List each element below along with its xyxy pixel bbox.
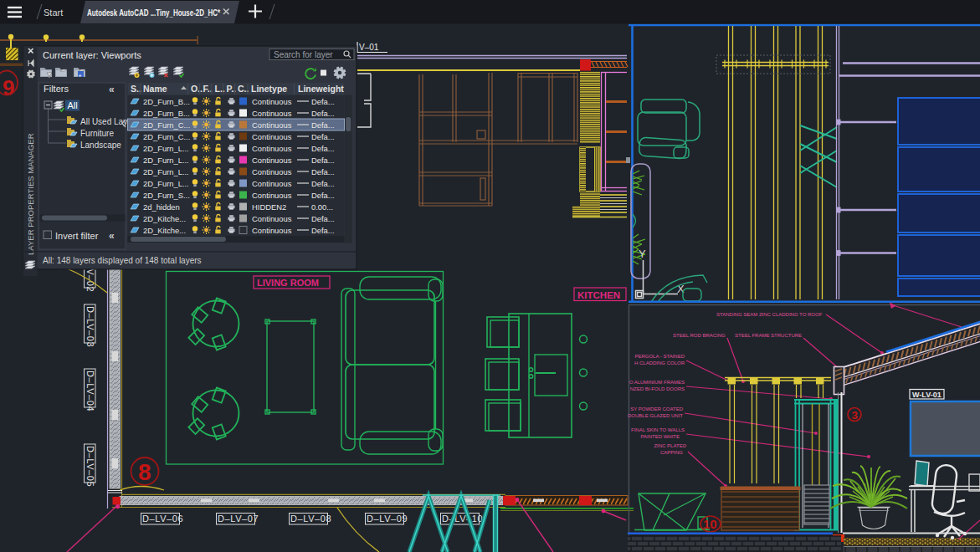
svg-text:STEEL ROD BRACING: STEEL ROD BRACING — [673, 333, 726, 338]
svg-text:O..: O.. — [191, 84, 203, 94]
svg-text:Continuous: Continuous — [252, 156, 292, 165]
svg-text:2d_hidden: 2d_hidden — [143, 202, 180, 212]
svg-text:H CLADDING COLOR: H CLADDING COLOR — [634, 360, 685, 365]
svg-text:Continuous: Continuous — [252, 144, 292, 153]
svg-text:C..: C.. — [238, 84, 249, 94]
svg-text:NZED BI-FOLD DOORS: NZED BI-FOLD DOORS — [630, 386, 685, 391]
svg-text:2D_Kitche...: 2D_Kitche... — [143, 214, 186, 223]
svg-text:2D_Furn_L...: 2D_Furn_L... — [143, 144, 189, 153]
svg-text:ZINC PLATED: ZINC PLATED — [654, 443, 686, 448]
svg-text:Continuous: Continuous — [252, 132, 292, 141]
svg-text:Defa...: Defa... — [311, 179, 335, 188]
svg-text:Defa...: Defa... — [311, 214, 335, 223]
svg-text:Name: Name — [143, 84, 167, 94]
svg-text:2D_Furn_C...: 2D_Furn_C... — [143, 120, 190, 130]
svg-text:Defa...: Defa... — [311, 109, 335, 118]
svg-text:CAPPING: CAPPING — [660, 450, 683, 455]
svg-text:Defa...: Defa... — [311, 226, 335, 235]
svg-text:Autodesk AutoCAD ...Tiny_House: Autodesk AutoCAD ...Tiny_House-2D_HC* — [87, 8, 221, 18]
svg-text:D–LV–03: D–LV–03 — [85, 306, 95, 347]
svg-text:2D_Furn_B...: 2D_Furn_B... — [143, 97, 190, 106]
svg-text:HIDDEN2: HIDDEN2 — [252, 202, 286, 212]
svg-text:V–01: V–01 — [359, 43, 379, 52]
svg-text:Continuous: Continuous — [252, 179, 292, 188]
svg-text:9: 9 — [3, 75, 14, 100]
svg-text:S..: S.. — [131, 84, 141, 94]
svg-text:Continuous: Continuous — [252, 214, 292, 223]
svg-text:All: All — [68, 100, 78, 110]
svg-text:PERGOLA - STAINED: PERGOLA - STAINED — [634, 354, 685, 359]
svg-text:2D_Furn_L...: 2D_Furn_L... — [143, 179, 189, 188]
svg-text:Start: Start — [44, 8, 63, 18]
svg-text:2D_Furn_S...: 2D_Furn_S... — [143, 191, 190, 200]
svg-text:Landscape: Landscape — [80, 141, 121, 150]
svg-text:DOUBLE GLAZED UNIT: DOUBLE GLAZED UNIT — [628, 413, 683, 418]
svg-text:LAYER PROPERTIES MANAGER: LAYER PROPERTIES MANAGER — [26, 133, 35, 255]
svg-text:Defa...: Defa... — [311, 144, 335, 153]
svg-text:2D_Kitche...: 2D_Kitche... — [143, 226, 186, 235]
svg-text:Continuous: Continuous — [252, 97, 292, 106]
svg-text:PAINTED WHITE: PAINTED WHITE — [640, 434, 680, 439]
svg-text:STANDING SEAM ZINC CLADDING TO: STANDING SEAM ZINC CLADDING TO ROOF — [716, 312, 823, 317]
svg-text:F..: F.. — [203, 84, 213, 94]
svg-text:«: « — [109, 84, 115, 95]
svg-text:D–LV–04: D–LV–04 — [85, 371, 95, 411]
svg-text:D–LV–07: D–LV–07 — [218, 514, 259, 524]
svg-text:All: 148 layers displayed of 1: All: 148 layers displayed of 148 total l… — [43, 256, 202, 265]
svg-text:LIVING ROOM: LIVING ROOM — [257, 278, 319, 288]
svg-text:FINAL SKIN TO WALLS: FINAL SKIN TO WALLS — [631, 427, 685, 432]
svg-text:Filters: Filters — [44, 84, 69, 94]
svg-text:D–LV–09: D–LV–09 — [367, 514, 408, 524]
svg-text:Lineweight: Lineweight — [298, 84, 344, 94]
svg-text:2D_Furn_L...: 2D_Furn_L... — [143, 156, 189, 165]
svg-text:2D_Furn_L...: 2D_Furn_L... — [143, 167, 189, 176]
svg-text:8: 8 — [138, 459, 151, 485]
svg-text:O ALUMINIUM FRAMES: O ALUMINIUM FRAMES — [629, 380, 685, 385]
svg-text:KITCHEN: KITCHEN — [577, 290, 620, 300]
svg-text:D–LV–10: D–LV–10 — [442, 514, 483, 524]
svg-text:D–LV–08: D–LV–08 — [290, 514, 331, 524]
svg-text:Current layer: Viewports: Current layer: Viewports — [43, 50, 141, 60]
svg-text:Linetype: Linetype — [251, 84, 287, 94]
svg-text:STEEL FRAME STRUCTURE: STEEL FRAME STRUCTURE — [735, 333, 802, 338]
svg-text:Y: Y — [639, 248, 646, 260]
svg-text:Defa...: Defa... — [311, 191, 335, 200]
svg-text:2D_Furn_B...: 2D_Furn_B... — [143, 109, 190, 118]
svg-text:0.00...: 0.00... — [311, 202, 333, 212]
svg-text:Continuous: Continuous — [252, 226, 292, 235]
svg-text:Defa...: Defa... — [311, 156, 335, 165]
svg-text:«: « — [109, 230, 115, 242]
svg-text:Continuous: Continuous — [252, 191, 292, 200]
svg-text:Continuous: Continuous — [252, 167, 292, 176]
svg-text:Continuous: Continuous — [252, 109, 292, 118]
svg-text:W-LV-01: W-LV-01 — [912, 391, 942, 399]
svg-text:Continuous: Continuous — [252, 120, 292, 130]
svg-text:10: 10 — [703, 517, 717, 531]
svg-text:Invert filter: Invert filter — [55, 231, 99, 241]
svg-text:2D_Furn_C...: 2D_Furn_C... — [143, 132, 190, 141]
svg-text:Defa...: Defa... — [311, 120, 335, 130]
svg-text:Defa...: Defa... — [311, 167, 335, 176]
svg-text:SY POWDER COATED: SY POWDER COATED — [630, 406, 683, 411]
svg-text:3: 3 — [852, 409, 859, 422]
svg-text:Search for layer: Search for layer — [274, 50, 333, 59]
svg-text:Defa...: Defa... — [311, 132, 335, 141]
svg-text:Defa...: Defa... — [311, 97, 335, 106]
svg-text:D–LV–05: D–LV–05 — [85, 446, 95, 487]
svg-text:Furniture: Furniture — [80, 129, 114, 138]
svg-text:D–LV–06: D–LV–06 — [142, 514, 183, 524]
